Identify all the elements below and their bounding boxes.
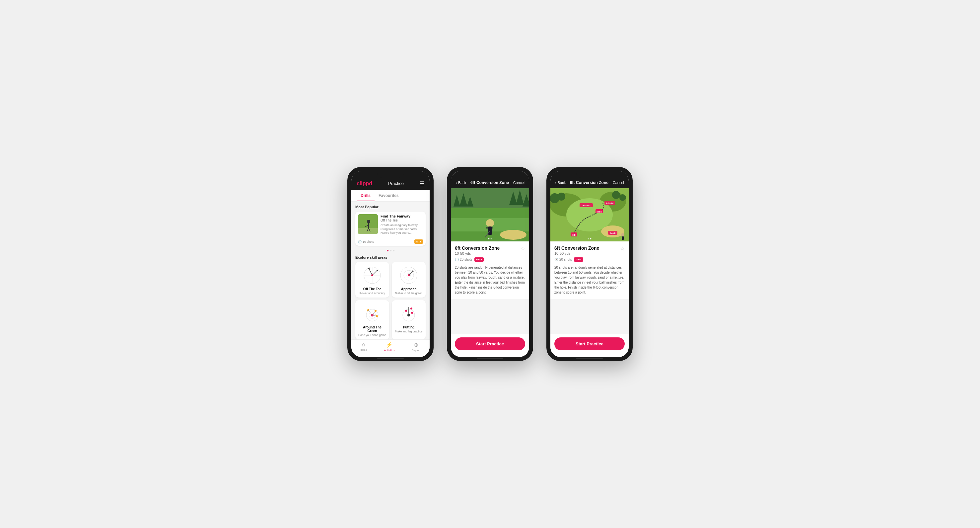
main-content: Most Popular [351,202,430,340]
drill-map-image: Hit Miss FAIRWAY ROUGH SAND [550,188,629,241]
carousel-dots [355,249,426,253]
svg-point-33 [410,308,412,309]
skill-desc-putting: Make and lag practice [395,330,423,333]
explore-title: Explore skill areas [355,255,426,259]
back-label-3: Back [558,181,566,185]
dot-3 [393,250,395,251]
screen2-title: 6ft Conversion Zone [471,180,509,185]
favourite-icon-2[interactable]: ☆ [520,246,525,252]
start-practice-button-2[interactable]: Start Practice [455,337,525,350]
off-tee-icon [362,265,382,285]
back-button[interactable]: ‹ Back [455,181,466,185]
drill-content-3: Hit Miss FAIRWAY ROUGH SAND [550,188,629,334]
drill-name-2: 6ft Conversion Zone [455,246,500,251]
bottom-nav: ⌂ Home ⚡ Activities ⊕ Capture [351,340,430,357]
svg-text:SAND: SAND [610,232,616,234]
ott-badge: OTT [414,239,423,244]
nav-home[interactable]: ⌂ Home [360,342,367,352]
svg-point-35 [411,312,413,314]
svg-line-12 [369,269,372,275]
approach-icon [399,265,419,285]
skill-off-tee[interactable]: Off The Tee Power and accuracy [355,262,389,298]
svg-rect-71 [622,236,624,240]
nav-activities-label: Activities [384,349,395,352]
skill-desc-ott: Power and accuracy [358,292,387,295]
drill-content-2: 6ft Conversion Zone 10-50 yds ☆ 🕐 20 sho… [451,188,529,334]
cancel-button-3[interactable]: Cancel [613,181,624,185]
card-description: Create an imaginary fairway using trees … [380,223,423,235]
dot-1 [387,250,388,251]
card-subtitle: Off The Tee [380,219,423,222]
skill-around-green[interactable]: Around The Green Hone your short game [355,300,389,340]
svg-text:ROUGH: ROUGH [606,202,613,204]
skill-putting[interactable]: Putting Make and lag practice [392,300,426,340]
skill-desc-arg: Hone your short game [358,333,387,337]
around-green-icon [362,303,382,324]
skill-name-approach: Approach [395,287,423,291]
featured-card[interactable]: Find The Fairway Off The Tee Create an i… [355,212,426,246]
svg-point-34 [405,310,407,312]
svg-text:Miss: Miss [597,211,602,213]
image-dots-3 [588,238,592,239]
favourite-icon-3[interactable]: ☆ [620,246,625,252]
drill-info-2: 6ft Conversion Zone 10-50 yds ☆ 🕐 20 sho… [451,241,529,299]
svg-point-41 [486,219,494,227]
start-practice-button-3[interactable]: Start Practice [554,337,625,350]
nav-capture-label: Capture [412,349,421,352]
notch [377,171,404,178]
drill-range-2: 10-50 yds [455,251,500,255]
svg-point-14 [368,268,369,269]
start-btn-container-3: Start Practice [550,334,629,357]
phone-3: ‹ Back 6ft Conversion Zone Cancel [546,167,633,361]
phone-1: clippd Practice ☰ Drills Favourites Most… [347,167,434,361]
svg-point-59 [619,194,626,201]
app-logo: clippd [356,181,372,187]
svg-line-27 [368,310,372,315]
back-button-3[interactable]: ‹ Back [555,181,566,185]
arg-badge-2: ARG [474,257,484,262]
drill-meta-3: 🕐 20 shots ARG [554,257,625,262]
shots-info-3: 🕐 20 shots [554,258,572,262]
svg-point-2 [367,220,370,223]
skill-name-putting: Putting [395,325,423,329]
nav-capture[interactable]: ⊕ Capture [412,342,421,352]
nav-activities[interactable]: ⚡ Activities [384,342,395,352]
skill-name-ott: Off The Tee [358,287,387,291]
home-bar [377,357,404,359]
svg-text:Hit: Hit [572,234,576,236]
svg-point-58 [612,191,620,199]
dot-2 [390,250,391,251]
shots-info-2: 🕐 20 shots [455,258,473,262]
drill-image-2 [451,188,529,241]
skill-desc-approach: Dial-in to hit the green [395,292,423,295]
img-dot-1 [488,238,490,239]
header-title: Practice [388,181,404,186]
drill-range-3: 10-50 yds [554,251,599,255]
skill-grid: Off The Tee Power and accuracy [355,262,426,340]
notch-3 [576,171,603,178]
svg-point-70 [621,233,624,236]
drill-meta-2: 🕐 20 shots ARG [455,257,525,262]
img-dot-3b [590,238,592,239]
skill-name-arg: Around The Green [358,325,387,333]
home-icon: ⌂ [362,342,365,348]
tab-favourites[interactable]: Favourites [375,190,403,201]
skill-approach[interactable]: Approach Dial-in to hit the green [392,262,426,298]
chevron-left-icon: ‹ [455,181,457,185]
svg-text:FAIRWAY: FAIRWAY [582,204,591,207]
tabs-row: Drills Favourites [351,190,430,202]
most-popular-title: Most Popular [355,205,426,209]
phone-2: ‹ Back 6ft Conversion Zone Cancel [447,167,533,361]
svg-line-11 [372,270,377,275]
menu-icon[interactable]: ☰ [420,180,424,187]
arg-badge-3: ARG [574,257,583,262]
svg-rect-43 [486,228,493,228]
chevron-left-icon-3: ‹ [555,181,556,185]
nav-home-label: Home [360,348,367,351]
start-btn-container-2: Start Practice [451,334,529,357]
home-bar-3 [576,357,603,359]
cancel-button[interactable]: Cancel [513,181,525,185]
putting-icon [399,303,419,324]
img-dot-2 [491,238,492,239]
tab-drills[interactable]: Drills [356,190,375,201]
